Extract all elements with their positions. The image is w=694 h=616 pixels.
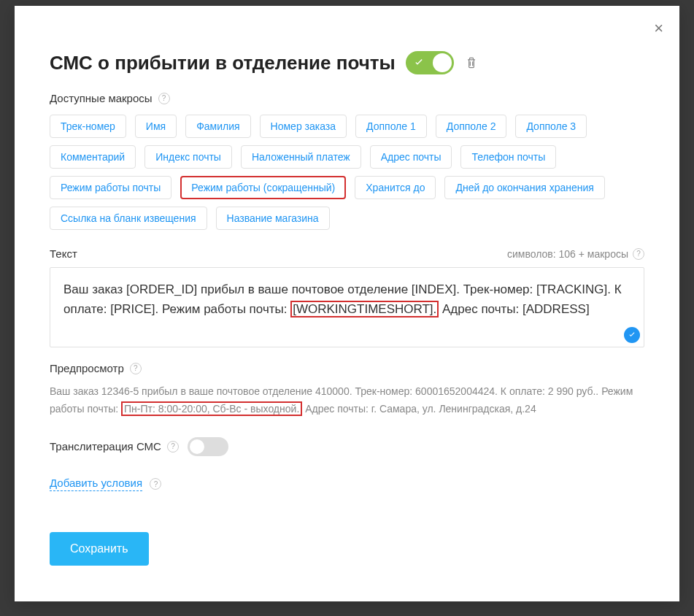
macro-tag[interactable]: Название магазина (216, 207, 330, 230)
macro-tag[interactable]: Телефон почты (460, 145, 556, 169)
text-after: Адрес почты: [ADDRESS] (439, 302, 589, 316)
text-label: Текст (50, 247, 77, 260)
macro-tag[interactable]: Допполе 3 (515, 115, 587, 138)
enable-toggle[interactable] (406, 51, 454, 74)
translit-label-text: Транслитерация СМС (50, 440, 161, 453)
help-icon[interactable]: ? (633, 248, 644, 260)
help-icon[interactable]: ? (130, 363, 142, 374)
macros-label-text: Доступные макросы (50, 92, 153, 104)
save-button[interactable]: Сохранить (50, 532, 149, 566)
transliteration-toggle[interactable] (188, 437, 228, 456)
char-count-text: символов: 106 + макросы (507, 248, 628, 260)
macro-tag[interactable]: Индекс почты (144, 145, 232, 169)
trash-icon[interactable] (464, 55, 479, 70)
char-count: символов: 106 + макросы ? (507, 248, 644, 260)
macro-tag[interactable]: Трек-номер (50, 115, 126, 138)
macro-tag[interactable]: Адрес почты (370, 145, 452, 169)
macro-tags-container: Трек-номерИмяФамилияНомер заказаДопполе … (50, 115, 644, 230)
macro-tag[interactable]: Комментарий (50, 145, 136, 169)
preview-label: Предпросмотр ? (50, 362, 644, 374)
preview-after: Адрес почты: г. Самара, ул. Ленинградска… (302, 403, 536, 415)
macro-tag[interactable]: Режим работы (сокращенный) (180, 176, 346, 199)
transliteration-row: Транслитерация СМС ? (50, 437, 644, 456)
text-highlight: [WORKINGTIMESHORT]. (290, 301, 439, 317)
close-icon[interactable]: × (654, 20, 663, 36)
check-icon (413, 57, 425, 69)
macro-tag[interactable]: Режим работы почты (50, 176, 171, 199)
toggle-knob (433, 53, 452, 72)
macro-tag[interactable]: Имя (135, 115, 177, 138)
toggle-knob (190, 439, 204, 454)
modal-title: СМС о прибытии в отделение почты (50, 52, 396, 74)
text-label-row: Текст символов: 106 + макросы ? (50, 247, 644, 260)
preview-text: Ваш заказ 12346-5 прибыл в ваше почтовое… (50, 383, 644, 418)
macro-tag[interactable]: Номер заказа (260, 115, 347, 138)
sms-text-input[interactable]: Ваш заказ [ORDER_ID] прибыл в ваше почто… (50, 267, 644, 347)
text-section: Текст символов: 106 + макросы ? Ваш зака… (50, 247, 644, 347)
modal-header: СМС о прибытии в отделение почты (50, 51, 644, 74)
macro-tag[interactable]: Допполе 2 (436, 115, 507, 138)
macro-tag[interactable]: Фамилия (185, 115, 250, 138)
valid-check-icon (624, 327, 640, 343)
transliteration-label: Транслитерация СМС ? (50, 440, 179, 453)
macro-tag[interactable]: Ссылка на бланк извещения (50, 207, 207, 230)
add-conditions-link[interactable]: Добавить условия (50, 477, 142, 491)
macros-label: Доступные макросы ? (50, 92, 644, 104)
textarea-wrap: Ваш заказ [ORDER_ID] прибыл в ваше почто… (50, 267, 644, 347)
add-conditions-text: Добавить условия (50, 477, 142, 489)
conditions-row: Добавить условия ? (50, 477, 644, 512)
help-icon[interactable]: ? (150, 478, 161, 490)
help-icon[interactable]: ? (158, 93, 170, 104)
macro-tag[interactable]: Дней до окончания хранения (444, 176, 604, 199)
preview-highlight: Пн-Пт: 8:00-20:00, Сб-Вс - выходной. (121, 401, 302, 416)
macro-tag[interactable]: Допполе 1 (355, 115, 427, 138)
macro-tag[interactable]: Хранится до (355, 176, 436, 199)
preview-label-text: Предпросмотр (50, 362, 124, 374)
help-icon[interactable]: ? (167, 441, 179, 453)
macro-tag[interactable]: Наложенный платеж (241, 145, 361, 169)
modal-dialog: × СМС о прибытии в отделение почты Досту… (15, 6, 679, 601)
